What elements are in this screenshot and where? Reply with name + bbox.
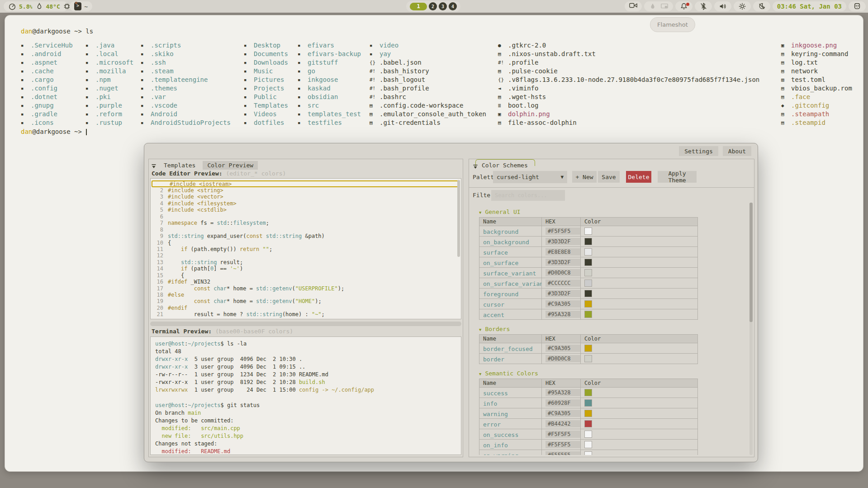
volume-button[interactable] bbox=[714, 1, 731, 11]
hex-input[interactable]: #F5F5F5 bbox=[545, 227, 580, 235]
color-section-title[interactable]: ▼Borders bbox=[479, 326, 698, 332]
color-row: accent#95A328 bbox=[479, 309, 697, 320]
color-swatch[interactable] bbox=[584, 389, 592, 396]
workspace-1[interactable]: 1 bbox=[410, 3, 427, 10]
color-swatch[interactable] bbox=[584, 227, 592, 235]
hex-input[interactable]: #C9A305 bbox=[545, 410, 580, 417]
color-swatch[interactable] bbox=[584, 451, 592, 455]
color-swatch[interactable] bbox=[584, 311, 592, 318]
color-tables-scrollbar[interactable] bbox=[749, 203, 753, 455]
apply-theme-button[interactable]: Apply Theme bbox=[658, 171, 697, 183]
scrollbar-thumb[interactable] bbox=[749, 203, 753, 322]
color-swatch[interactable] bbox=[584, 345, 592, 352]
color-swatch[interactable] bbox=[584, 441, 592, 448]
color-swatch[interactable] bbox=[584, 269, 592, 276]
save-button[interactable]: Save bbox=[598, 171, 620, 183]
color-swatch[interactable] bbox=[584, 410, 592, 417]
file-item: ▪obsidian bbox=[298, 93, 361, 101]
terminal-preview-line: user@host:~/projects$ git status bbox=[155, 402, 456, 409]
hex-input[interactable]: #95A328 bbox=[545, 311, 580, 318]
inactive-indicators-pill[interactable] bbox=[644, 1, 673, 11]
hex-input[interactable]: #3D3D2F bbox=[545, 238, 580, 245]
hex-input[interactable]: #F5F5F5 bbox=[545, 441, 580, 448]
palette-select[interactable]: cursed-light ▼ bbox=[493, 171, 567, 183]
code-line: #include <iostream> bbox=[152, 180, 460, 187]
hex-input[interactable]: #D0D0C8 bbox=[545, 269, 580, 276]
color-section-title[interactable]: ▼General UI bbox=[479, 208, 698, 215]
collapse-icon[interactable] bbox=[151, 162, 157, 168]
code-editor-preview[interactable]: #include <iostream>2#include <string>3#i… bbox=[150, 178, 461, 319]
tab-color-preview[interactable]: Color Preview bbox=[203, 161, 258, 170]
hex-input[interactable]: #3D3D2F bbox=[545, 290, 580, 297]
code-vertical-scrollbar[interactable] bbox=[457, 180, 460, 257]
color-swatch[interactable] bbox=[584, 259, 592, 266]
notifications-button[interactable] bbox=[675, 1, 693, 11]
file-icon: ▪ bbox=[21, 41, 31, 50]
workspace-3[interactable]: 3 bbox=[439, 2, 447, 10]
code-line: 6 bbox=[151, 213, 461, 220]
color-swatch[interactable] bbox=[584, 238, 592, 245]
code-horizontal-scrollbar[interactable] bbox=[150, 322, 461, 326]
tab-templates[interactable]: Templates bbox=[159, 161, 200, 170]
hex-input[interactable]: #60928F bbox=[545, 399, 580, 407]
hex-input[interactable]: #95A328 bbox=[545, 389, 580, 396]
hex-input[interactable]: #C9A305 bbox=[545, 300, 580, 308]
hex-input[interactable]: #D0D0C8 bbox=[545, 355, 580, 362]
brightness-button[interactable] bbox=[734, 1, 751, 11]
hex-input[interactable]: #CCCCCC bbox=[545, 280, 580, 287]
file-item: ▪Documents bbox=[244, 50, 288, 58]
hex-input[interactable]: #F5F5F5 bbox=[545, 431, 580, 438]
file-icon: ▣ bbox=[498, 110, 508, 118]
file-icon: ▪ bbox=[141, 110, 151, 118]
file-item: ◆.gitconfig bbox=[781, 101, 852, 110]
color-swatch[interactable] bbox=[584, 355, 592, 362]
workspace-4[interactable]: 4 bbox=[449, 2, 457, 10]
terminal-app-pill[interactable]: ~ bbox=[70, 1, 92, 11]
system-stats-pill[interactable]: 5.8% 48°C 4.7G bbox=[4, 1, 68, 11]
color-name: on_warning bbox=[483, 452, 518, 455]
color-schemes-header: Color Schemes bbox=[482, 162, 528, 169]
color-section-title[interactable]: ▼Semantic Colors bbox=[479, 370, 698, 377]
color-swatch[interactable] bbox=[584, 420, 592, 427]
settings-button[interactable]: Settings bbox=[679, 146, 718, 156]
color-swatch[interactable] bbox=[584, 431, 592, 438]
file-item: ▪yay bbox=[370, 50, 486, 58]
file-item: ▪inkgoose bbox=[298, 76, 361, 84]
color-name: on_surface_variant bbox=[483, 280, 541, 287]
filter-input[interactable] bbox=[491, 190, 565, 201]
theme-editor-window[interactable]: Settings About Templates Color Preview C… bbox=[144, 143, 758, 462]
new-palette-button[interactable]: + New bbox=[572, 171, 597, 183]
file-icon: ◆ bbox=[781, 101, 791, 110]
file-item: ▤vbios_backup.rom bbox=[781, 84, 852, 93]
about-button[interactable]: About bbox=[723, 146, 751, 156]
file-icon: ▥ bbox=[781, 76, 791, 84]
hex-input[interactable]: #B44242 bbox=[545, 420, 580, 427]
color-swatch[interactable] bbox=[584, 300, 592, 308]
color-swatch[interactable] bbox=[584, 399, 592, 407]
terminal-preview-line: drwxr-xr-x 5 user group 4096 Dec 2 10:30… bbox=[155, 355, 456, 363]
screencast-button[interactable] bbox=[625, 1, 642, 11]
color-swatch[interactable] bbox=[584, 280, 592, 287]
clock-pill[interactable]: 03:46 Sat, Jan 03 bbox=[773, 1, 846, 11]
color-swatch[interactable] bbox=[584, 248, 592, 256]
color-name: cursor bbox=[483, 301, 504, 308]
file-icon: ▤ bbox=[370, 101, 379, 110]
hex-input[interactable]: #E8E8E8 bbox=[545, 248, 580, 256]
bluetooth-button[interactable] bbox=[695, 1, 712, 11]
color-swatch[interactable] bbox=[584, 290, 592, 297]
hex-input[interactable]: #3D3D2F bbox=[545, 259, 580, 266]
night-light-button[interactable] bbox=[753, 1, 770, 11]
terminal-preview-line: modified: src/main.cpp bbox=[155, 425, 456, 432]
hex-input[interactable]: #C9A305 bbox=[545, 345, 580, 352]
file-icon: ▪ bbox=[85, 67, 95, 76]
terminal-preview-line: total 48 bbox=[155, 348, 456, 355]
file-icon: ▪ bbox=[298, 101, 308, 110]
file-icon: ▪ bbox=[244, 93, 254, 101]
hex-input[interactable]: #F5F5F5 bbox=[545, 451, 580, 455]
file-item: #!.profile bbox=[498, 58, 759, 67]
workspace-2[interactable]: 2 bbox=[429, 2, 437, 10]
delete-button[interactable]: Delete bbox=[626, 171, 651, 183]
terminal-preview[interactable]: user@host:~/projects$ ls -latotal 48drwx… bbox=[150, 336, 461, 455]
power-button[interactable] bbox=[849, 1, 866, 11]
collapse-icon[interactable] bbox=[473, 163, 478, 168]
